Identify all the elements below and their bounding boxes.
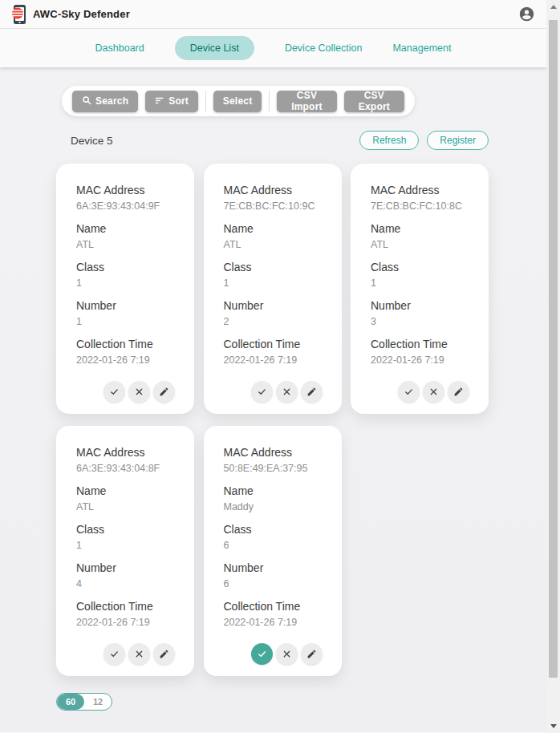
scrollbar[interactable] <box>546 0 560 733</box>
name-label: Name <box>224 483 327 499</box>
reject-button[interactable] <box>423 381 444 403</box>
device-card-grid: MAC Address6A:3E:93:43:04:9F NameATL Cla… <box>56 164 489 676</box>
mac-value: 6A:3E:93:43:04:8F <box>76 460 180 476</box>
mac-label: MAC Address <box>76 444 180 460</box>
device-card: MAC Address7E:CB:BC:FC:10:8C NameATL Cla… <box>351 164 489 414</box>
class-label: Class <box>371 259 474 275</box>
class-label: Class <box>224 259 327 275</box>
search-button[interactable]: Search <box>72 91 138 112</box>
toolbar: Search Sort Select CSV Import CSV Export <box>62 86 415 116</box>
class-value: 1 <box>76 537 180 553</box>
mac-value: 50:8E:49:EA:37:95 <box>224 460 327 476</box>
name-value: ATL <box>371 237 474 253</box>
collection-time-value: 2022-01-26 7:19 <box>224 614 327 630</box>
class-value: 6 <box>224 537 327 553</box>
summary-row: Device 5 Refresh Register <box>0 131 546 150</box>
collection-time-label: Collection Time <box>76 336 180 352</box>
page-size-option-60[interactable]: 60 <box>57 694 84 710</box>
device-count-label: Device 5 <box>71 135 113 147</box>
register-button[interactable]: Register <box>427 131 489 150</box>
tab-device-list[interactable]: Device List <box>175 36 254 60</box>
edit-button[interactable] <box>153 643 175 665</box>
number-label: Number <box>76 298 180 314</box>
device-card: MAC Address50:8E:49:EA:37:95 NameMaddy C… <box>204 426 342 676</box>
class-label: Class <box>224 521 327 537</box>
reject-button[interactable] <box>128 643 150 665</box>
scrollbar-thumb[interactable] <box>549 20 558 678</box>
collection-time-value: 2022-01-26 7:19 <box>76 352 180 368</box>
search-icon <box>82 95 91 107</box>
collection-time-value: 2022-01-26 7:19 <box>371 352 474 368</box>
account-icon[interactable] <box>518 6 535 22</box>
csv-import-button[interactable]: CSV Import <box>277 91 337 112</box>
mac-value: 7E:CB:BC:FC:10:8C <box>371 198 474 214</box>
toolbar-divider <box>205 91 206 111</box>
mac-label: MAC Address <box>371 182 474 198</box>
mac-label: MAC Address <box>224 182 327 198</box>
tab-dashboard[interactable]: Dashboard <box>95 43 144 54</box>
tab-device-collection[interactable]: Device Collection <box>285 43 363 54</box>
csv-export-button[interactable]: CSV Export <box>344 91 404 112</box>
approve-button-active[interactable] <box>251 643 273 665</box>
device-card: MAC Address6A:3E:93:43:04:8F NameATL Cla… <box>56 426 194 676</box>
name-value: ATL <box>76 237 180 253</box>
collection-time-value: 2022-01-26 7:19 <box>224 352 327 368</box>
collection-time-label: Collection Time <box>76 598 180 614</box>
name-label: Name <box>76 483 180 499</box>
name-value: ATL <box>76 499 180 515</box>
app-header: AWC-Sky Defender <box>0 0 546 29</box>
name-value: Maddy <box>224 499 327 515</box>
collection-time-label: Collection Time <box>371 336 474 352</box>
reject-button[interactable] <box>128 381 150 403</box>
class-label: Class <box>76 521 180 537</box>
device-card: MAC Address6A:3E:93:43:04:9F NameATL Cla… <box>56 164 194 414</box>
class-value: 1 <box>76 275 180 291</box>
mac-label: MAC Address <box>76 182 180 198</box>
number-value: 1 <box>76 314 180 330</box>
scroll-up-button[interactable] <box>546 0 560 14</box>
number-label: Number <box>371 298 474 314</box>
collection-time-label: Collection Time <box>224 336 327 352</box>
number-label: Number <box>224 298 327 314</box>
app-window: AWC-Sky Defender Dashboard Device List D… <box>0 0 546 733</box>
mac-label: MAC Address <box>224 444 327 460</box>
number-label: Number <box>224 560 327 576</box>
approve-button[interactable] <box>103 381 125 403</box>
refresh-button[interactable]: Refresh <box>359 131 419 150</box>
edit-button[interactable] <box>301 381 323 403</box>
sort-button[interactable]: Sort <box>145 91 198 112</box>
edit-button[interactable] <box>301 643 323 665</box>
search-button-label: Search <box>95 95 128 107</box>
page-size-toggle: 60 12 <box>56 693 112 711</box>
approve-button[interactable] <box>103 643 125 665</box>
number-value: 3 <box>371 314 474 330</box>
name-label: Name <box>371 221 474 237</box>
number-value: 6 <box>224 576 327 592</box>
device-card: MAC Address7E:CB:BC:FC:10:9C NameATL Cla… <box>204 164 342 414</box>
collection-time-value: 2022-01-26 7:19 <box>76 614 180 630</box>
toolbar-divider <box>269 91 270 111</box>
edit-button[interactable] <box>448 381 469 403</box>
page-size-option-12[interactable]: 12 <box>84 694 112 710</box>
mac-value: 6A:3E:93:43:04:9F <box>76 198 180 214</box>
class-label: Class <box>76 259 180 275</box>
reject-button[interactable] <box>276 381 298 403</box>
arrow-up-icon <box>550 5 557 9</box>
scroll-down-button[interactable] <box>546 719 560 733</box>
name-label: Name <box>76 221 180 237</box>
number-value: 4 <box>76 576 180 592</box>
number-value: 2 <box>224 314 327 330</box>
approve-button[interactable] <box>398 381 420 403</box>
app-title: AWC-Sky Defender <box>33 8 130 20</box>
class-value: 1 <box>224 275 327 291</box>
select-button[interactable]: Select <box>213 91 262 112</box>
edit-button[interactable] <box>153 381 175 403</box>
tab-management[interactable]: Management <box>392 43 451 54</box>
mac-value: 7E:CB:BC:FC:10:9C <box>224 198 327 214</box>
main-nav: Dashboard Device List Device Collection … <box>0 29 546 67</box>
arrow-down-icon <box>550 724 557 728</box>
reject-button[interactable] <box>276 643 298 665</box>
approve-button[interactable] <box>251 381 273 403</box>
name-label: Name <box>224 221 327 237</box>
sort-button-label: Sort <box>168 95 189 107</box>
